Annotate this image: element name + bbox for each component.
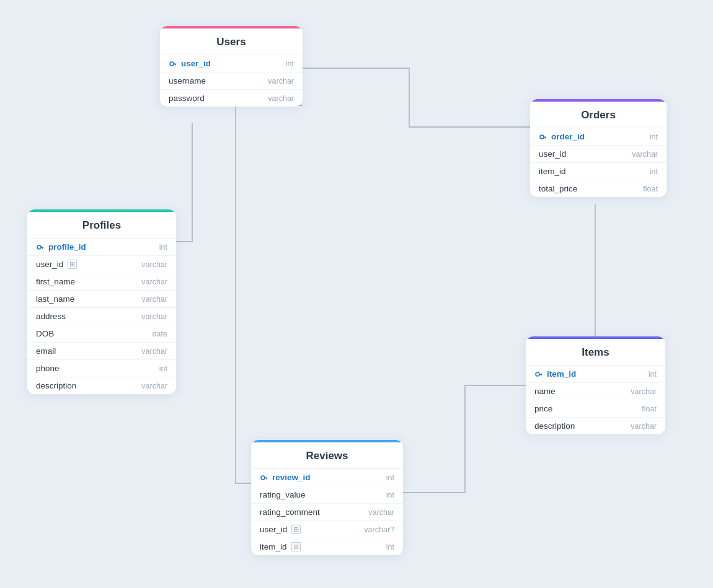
canvas: Users user_id int username varchar passw… xyxy=(0,0,713,588)
table-row: review_id int xyxy=(251,469,403,486)
users-table: Users user_id int username varchar passw… xyxy=(160,26,303,107)
col-name: review_id xyxy=(260,473,311,482)
col-type: float xyxy=(642,405,657,413)
table-row: description varchar xyxy=(27,377,176,394)
col-type: int xyxy=(386,543,394,551)
col-type: int xyxy=(650,133,658,141)
col-type: varchar xyxy=(141,312,167,321)
table-row: phone int xyxy=(27,360,176,377)
col-type: int xyxy=(159,364,167,373)
table-row: rating_comment varchar xyxy=(251,504,403,521)
col-name: username xyxy=(169,76,206,86)
table-row: item_id ⊞ int xyxy=(251,538,403,555)
col-type: varchar? xyxy=(364,525,394,534)
svg-point-6 xyxy=(540,135,544,139)
svg-rect-14 xyxy=(266,478,267,480)
col-name: total_price xyxy=(539,184,577,193)
col-type: varchar xyxy=(141,295,167,304)
col-type: varchar xyxy=(141,347,167,356)
col-type: varchar xyxy=(631,387,657,396)
table-row: total_price float xyxy=(530,180,666,197)
items-table-rows: item_id int name varchar price float des… xyxy=(526,365,665,434)
table-row: address varchar xyxy=(27,308,176,325)
col-type: int xyxy=(649,370,657,379)
col-name: description xyxy=(534,421,575,431)
profiles-table: Profiles profile_id int user_id ⊞ varcha… xyxy=(27,209,176,394)
col-name: item_id ⊞ xyxy=(260,542,301,551)
col-name: price xyxy=(534,404,552,413)
svg-rect-13 xyxy=(265,477,268,478)
col-type: varchar xyxy=(268,77,294,86)
col-name: last_name xyxy=(36,294,74,304)
profiles-table-rows: profile_id int user_id ⊞ varchar first_n… xyxy=(27,238,176,394)
table-row: description varchar xyxy=(526,418,665,434)
svg-point-3 xyxy=(37,245,41,249)
table-row: user_id ⊞ varchar? xyxy=(251,521,403,538)
svg-rect-4 xyxy=(41,247,44,248)
col-type: varchar xyxy=(368,508,394,517)
col-type: int xyxy=(159,243,167,252)
col-type: varchar xyxy=(268,94,294,103)
table-row: DOB date xyxy=(27,325,176,343)
col-type: int xyxy=(650,167,658,176)
col-name: address xyxy=(36,312,66,321)
svg-rect-10 xyxy=(539,374,542,375)
col-name: rating_comment xyxy=(260,507,320,517)
table-row: user_id ⊞ varchar xyxy=(27,256,176,273)
col-name: email xyxy=(36,346,56,356)
table-row: email varchar xyxy=(27,343,176,360)
table-row: item_id int xyxy=(526,366,665,383)
users-table-rows: user_id int username varchar password va… xyxy=(160,55,303,107)
col-type: varchar xyxy=(631,422,657,431)
col-name: user_id ⊞ xyxy=(36,260,77,269)
orders-table-header: Orders xyxy=(530,99,666,128)
col-type: varchar xyxy=(141,382,167,390)
table-row: name varchar xyxy=(526,383,665,400)
col-type: varchar xyxy=(632,150,658,159)
svg-point-9 xyxy=(536,372,539,376)
reviews-table: Reviews review_id int rating_value int r… xyxy=(251,440,403,555)
items-table: Items item_id int name varchar price flo… xyxy=(526,336,665,434)
col-type: int xyxy=(386,491,394,499)
svg-rect-5 xyxy=(42,248,43,249)
orders-table: Orders order_id int user_id varchar item… xyxy=(530,99,666,197)
table-row: password varchar xyxy=(160,90,303,107)
svg-rect-11 xyxy=(541,375,542,376)
reviews-table-rows: review_id int rating_value int rating_co… xyxy=(251,468,403,555)
table-row: item_id int xyxy=(530,163,666,180)
col-name: user_id xyxy=(539,149,566,159)
orders-table-rows: order_id int user_id varchar item_id int… xyxy=(530,128,666,197)
svg-point-0 xyxy=(170,62,174,66)
table-row: last_name varchar xyxy=(27,291,176,308)
table-row: rating_value int xyxy=(251,486,403,504)
table-row: username varchar xyxy=(160,72,303,90)
profiles-table-header: Profiles xyxy=(27,209,176,238)
items-table-header: Items xyxy=(526,336,665,365)
svg-point-12 xyxy=(261,476,265,480)
col-type: varchar xyxy=(141,278,167,286)
col-type: float xyxy=(643,185,658,193)
col-name: password xyxy=(169,94,205,103)
table-row: first_name varchar xyxy=(27,273,176,291)
table-row: user_id varchar xyxy=(530,146,666,163)
svg-rect-1 xyxy=(174,63,177,64)
svg-rect-7 xyxy=(544,136,547,138)
col-name: description xyxy=(36,381,76,390)
col-name: user_id xyxy=(169,59,211,68)
col-type: int xyxy=(286,59,294,68)
users-table-header: Users xyxy=(160,26,303,55)
col-name: name xyxy=(534,387,556,396)
table-row: profile_id int xyxy=(27,239,176,256)
table-row: order_id int xyxy=(530,128,666,146)
svg-rect-8 xyxy=(545,138,546,139)
col-name: rating_value xyxy=(260,490,306,499)
col-type: int xyxy=(386,473,394,482)
col-type: date xyxy=(153,330,167,338)
table-row: user_id int xyxy=(160,55,303,72)
col-name: profile_id xyxy=(36,242,86,252)
col-name: user_id ⊞ xyxy=(260,525,301,534)
col-name: item_id xyxy=(539,167,566,176)
svg-rect-2 xyxy=(175,64,176,66)
col-name: item_id xyxy=(534,369,576,379)
col-name: first_name xyxy=(36,277,75,286)
